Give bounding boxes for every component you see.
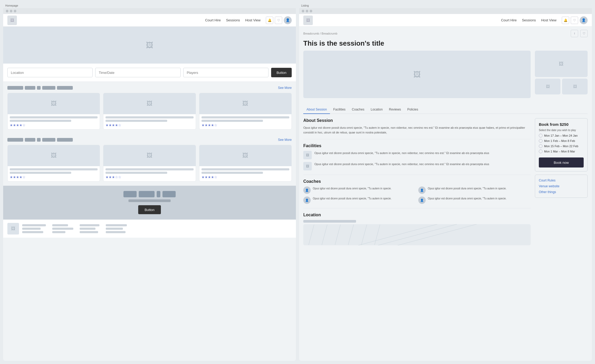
date-option-2[interactable]: Mon 1 Feb – Mon 8 Feb bbox=[539, 139, 584, 143]
datetime-input[interactable] bbox=[95, 68, 180, 77]
card-5-body: ★★★☆☆ bbox=[103, 166, 195, 181]
nav-host-view-right[interactable]: Host View bbox=[541, 18, 556, 22]
footer-block-2 bbox=[139, 191, 155, 197]
logo-right[interactable]: 🖼 bbox=[303, 16, 313, 25]
notification-icon[interactable]: 🔔 bbox=[266, 17, 273, 24]
card-3-image: 🖼 bbox=[199, 93, 291, 114]
radio-4[interactable] bbox=[539, 150, 543, 153]
court-rules-link[interactable]: Court Rules bbox=[539, 179, 584, 182]
radio-1[interactable] bbox=[539, 134, 543, 137]
bottom-text-9 bbox=[80, 231, 98, 233]
share-button[interactable]: ↑ bbox=[571, 30, 578, 37]
tab-about-session[interactable]: About Session bbox=[303, 106, 330, 114]
avatar-left[interactable]: 👤 bbox=[284, 16, 292, 24]
coach-3: 👤 Opus igitur est dicere possit dura omn… bbox=[303, 197, 416, 204]
title-block-4 bbox=[42, 86, 55, 90]
breadcrumb-row: Breadcrumb / Breadcrumb ↑ ♡ bbox=[299, 27, 592, 38]
card-1[interactable]: 🖼 ★★★★☆ bbox=[7, 93, 100, 130]
see-more-1[interactable]: See More bbox=[278, 86, 292, 90]
card-1-body: ★★★★☆ bbox=[8, 114, 100, 129]
tab-policies[interactable]: Policies bbox=[404, 106, 421, 114]
nav-court-hire-left[interactable]: Court Hire bbox=[205, 18, 221, 22]
card-5-stars: ★★★☆☆ bbox=[105, 175, 193, 179]
date-option-4[interactable]: Mon 1 Mar – Mon 8 Mar bbox=[539, 150, 584, 153]
card-6-image: 🖼 bbox=[199, 145, 291, 166]
bottom-col-1 bbox=[22, 224, 46, 233]
bottom-text-6 bbox=[52, 231, 65, 233]
location-input[interactable] bbox=[7, 68, 93, 77]
tab-facilities[interactable]: Facilities bbox=[330, 106, 349, 114]
divider-2 bbox=[303, 175, 531, 175]
bottom-col-3 bbox=[80, 224, 99, 233]
coach-4: 👤 Opus igitur est dicere possit dura omn… bbox=[418, 197, 531, 204]
footer-block-1 bbox=[123, 191, 137, 197]
divider-1 bbox=[303, 139, 531, 139]
card-5[interactable]: 🖼 ★★★☆☆ bbox=[103, 145, 196, 181]
favorite-button[interactable]: ♡ bbox=[580, 30, 588, 37]
browser-chrome-left bbox=[3, 8, 296, 14]
tab-location[interactable]: Location bbox=[367, 106, 386, 114]
avatar-right[interactable]: 👤 bbox=[580, 16, 588, 24]
bottom-text-10 bbox=[106, 224, 127, 226]
heart-icon-nav-right[interactable]: ♡ bbox=[571, 17, 578, 24]
title-block-6 bbox=[7, 138, 23, 142]
logo-left[interactable]: 🖼 bbox=[7, 16, 17, 25]
title-block-5 bbox=[57, 86, 73, 90]
players-input[interactable] bbox=[183, 68, 268, 77]
heart-icon-nav[interactable]: ♡ bbox=[275, 17, 282, 24]
listing-tabs: About Session Facilities Coaches Locatio… bbox=[303, 106, 588, 114]
nav-sessions-right[interactable]: Sessions bbox=[522, 18, 536, 22]
nav-sessions-left[interactable]: Sessions bbox=[226, 18, 240, 22]
date-text-3: Mon 15 Feb – Mon 22 Feb bbox=[544, 145, 578, 148]
card-5-line-2 bbox=[105, 172, 167, 174]
date-option-1[interactable]: Mon 17 Jan – Mon 24 Jan bbox=[539, 134, 584, 137]
hero-image-placeholder: 🖼 bbox=[146, 41, 153, 50]
card-2-line-1 bbox=[105, 116, 193, 118]
see-more-2[interactable]: See More bbox=[278, 138, 292, 142]
bottom-text-11 bbox=[106, 228, 123, 230]
nav-links-left: Court Hire Sessions Host View bbox=[205, 18, 261, 22]
card-6[interactable]: 🖼 ★★★★☆ bbox=[199, 145, 292, 181]
nav-right: 🖼 Court Hire Sessions Host View 🔔 ♡ 👤 bbox=[299, 14, 592, 27]
bottom-text-8 bbox=[80, 228, 95, 230]
card-4-image: 🖼 bbox=[8, 145, 100, 166]
coach-3-avatar: 👤 bbox=[303, 197, 311, 204]
other-things-link[interactable]: Other things bbox=[539, 190, 584, 194]
breadcrumb: Breadcrumb / Breadcrumb bbox=[303, 32, 337, 35]
title-block-8 bbox=[37, 138, 41, 142]
coach-4-avatar: 👤 bbox=[418, 197, 426, 204]
bottom-text-1 bbox=[22, 224, 46, 226]
cards-row-1: 🖼 ★★★★☆ 🖼 ★★★★☆ 🖼 bbox=[7, 93, 292, 130]
coaches-grid: 👤 Opus igitur est dicere possit dura omn… bbox=[303, 186, 531, 204]
bottom-text-3 bbox=[22, 231, 43, 233]
search-button[interactable]: Button bbox=[271, 68, 292, 77]
card-4[interactable]: 🖼 ★★★★☆ bbox=[7, 145, 100, 181]
bottom-text-4 bbox=[52, 224, 68, 226]
facility-icon-1: 🖼 bbox=[303, 151, 312, 159]
bottom-text-2 bbox=[22, 228, 41, 230]
book-now-button[interactable]: Book now bbox=[539, 157, 584, 167]
nav-host-view-left[interactable]: Host View bbox=[245, 18, 261, 22]
notification-icon-right[interactable]: 🔔 bbox=[562, 17, 569, 24]
tab-coaches[interactable]: Coaches bbox=[349, 106, 367, 114]
venue-website-link[interactable]: Venue website bbox=[539, 184, 584, 188]
dot-red-r bbox=[302, 10, 304, 12]
radio-2[interactable] bbox=[539, 139, 543, 143]
card-2[interactable]: 🖼 ★★★★☆ bbox=[103, 93, 196, 130]
date-option-3[interactable]: Mon 15 Feb – Mon 22 Feb bbox=[539, 144, 584, 148]
radio-3[interactable] bbox=[539, 144, 543, 148]
browser-chrome-right bbox=[299, 8, 592, 14]
card-1-image: 🖼 bbox=[8, 93, 100, 114]
listing-panel: Listing 🖼 Court Hire Sessions Host View … bbox=[299, 3, 592, 361]
card-3-stars: ★★★★☆ bbox=[201, 123, 289, 127]
card-3[interactable]: 🖼 ★★★★☆ bbox=[199, 93, 292, 130]
footer-cta: Button bbox=[3, 186, 296, 219]
footer-subtext bbox=[128, 199, 171, 202]
tab-reviews[interactable]: Reviews bbox=[386, 106, 404, 114]
facility-text-1: Opus igitur est dicere possit dura omni … bbox=[314, 151, 489, 155]
card-1-stars: ★★★★☆ bbox=[10, 123, 98, 127]
footer-button[interactable]: Button bbox=[138, 205, 161, 214]
coaches-heading: Coaches bbox=[303, 179, 531, 184]
dot-yellow-r bbox=[306, 10, 308, 12]
nav-court-hire-right[interactable]: Court Hire bbox=[501, 18, 517, 22]
